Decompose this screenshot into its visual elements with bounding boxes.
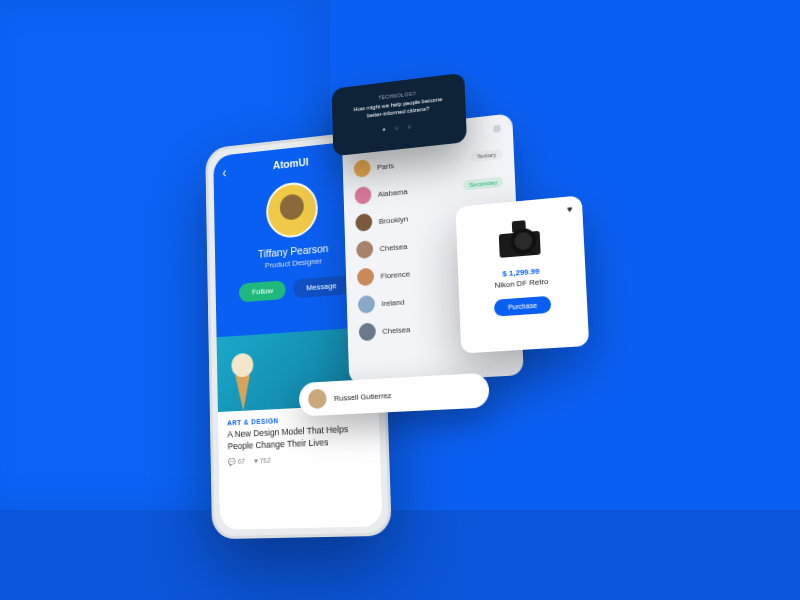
contact-chip[interactable]: Secondary [463,177,503,191]
message-button[interactable]: Message [293,275,350,298]
purchase-button[interactable]: Purchase [494,296,551,317]
contact-avatar [356,240,373,259]
article-meta: 💬 67 ♥ 762 [228,453,371,467]
prompt-card[interactable]: TECHNOLOGY How might we help people beco… [331,73,466,157]
contact-avatar [358,295,375,314]
profile-avatar[interactable] [266,180,319,239]
follow-button[interactable]: Follow [239,280,286,302]
back-icon[interactable]: ‹ [222,165,226,181]
icecream-icon [229,351,256,412]
article-title: A New Design Model That Helps People Cha… [227,423,370,453]
contact-avatar [354,159,371,178]
contact-chip[interactable]: Tertiary [471,149,502,162]
contact-name: Alabama [378,182,457,198]
contact-avatar [354,186,371,205]
favorite-icon[interactable]: ♥ [567,204,573,214]
menu-dot-icon[interactable] [493,124,501,133]
product-image [490,216,548,264]
contact-name: Chelsea [382,321,470,336]
pill-username: Russell Gutierrez [334,391,392,403]
comments-count: 💬 67 [228,458,245,467]
contact-name: Paris [377,153,465,171]
product-card[interactable]: ♥ $ 1,299.99 Nikon DF Retro Purchase [455,195,589,353]
contact-avatar [359,322,376,341]
pill-avatar [308,389,327,410]
pager-dots-icon: ● ○ ○ [346,118,453,136]
background-floor [0,510,800,600]
likes-count: ♥ 762 [254,457,271,466]
contact-avatar [357,267,374,286]
contact-avatar [355,213,372,232]
